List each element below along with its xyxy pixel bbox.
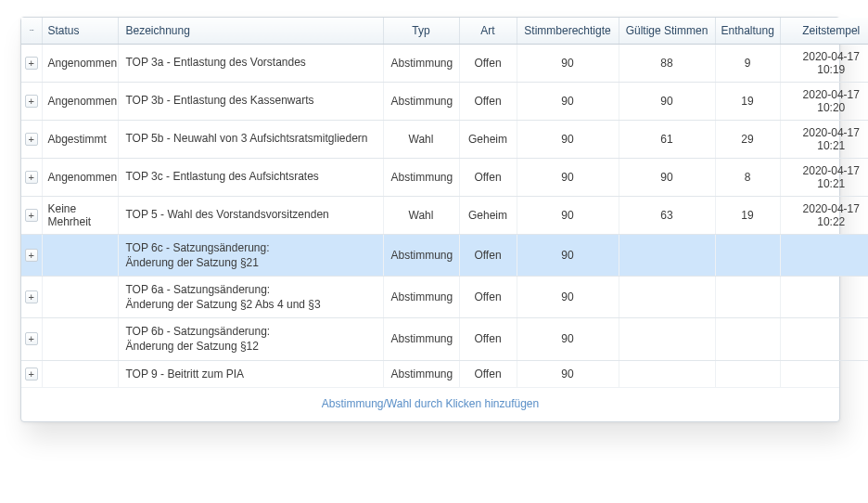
- cell-typ: Abstimmung: [383, 82, 459, 120]
- cell-art: Offen: [459, 82, 517, 120]
- cell-bezeichnung: TOP 3a - Entlastung des Vorstandes: [118, 44, 383, 82]
- expand-icon[interactable]: +: [25, 368, 38, 380]
- header-status[interactable]: Status: [42, 18, 118, 44]
- header-stimmberechtigte[interactable]: Stimmberechtigte: [517, 18, 619, 44]
- cell-enthaltung: 19: [715, 82, 780, 120]
- cell-enthaltung: 8: [715, 158, 780, 196]
- cell-bezeichnung: TOP 6b - Satzungsänderung:Änderung der S…: [118, 318, 383, 360]
- header-row: ··· Status Bezeichnung Typ Art Stimmbere…: [21, 18, 868, 44]
- cell-art: Offen: [459, 44, 517, 82]
- cell-stimmberechtigte: 90: [517, 318, 619, 360]
- cell-bezeichnung: TOP 6a - Satzungsänderung:Änderung der S…: [118, 276, 383, 317]
- cell-stimmberechtigte: 90: [517, 120, 619, 158]
- cell-enthaltung: [715, 360, 780, 387]
- header-bezeichnung[interactable]: Bezeichnung: [118, 18, 383, 44]
- table-row[interactable]: +Keine MehrheitTOP 5 - Wahl des Vorstand…: [21, 196, 868, 234]
- expand-icon[interactable]: +: [25, 57, 38, 70]
- bezeichnung-line1: TOP 5 - Wahl des Vorstandsvorsitzenden: [126, 208, 329, 221]
- cell-stimmberechtigte: 90: [517, 44, 619, 82]
- table-row[interactable]: +TOP 9 - Beitritt zum PIAAbstimmungOffen…: [21, 360, 868, 387]
- cell-enthaltung: 29: [715, 120, 780, 158]
- cell-stimmberechtigte: 90: [517, 360, 619, 387]
- bezeichnung-line2: Änderung der Satzung §2 Abs 4 und §3: [126, 297, 376, 312]
- bezeichnung-line1: TOP 6a - Satzungsänderung:: [126, 283, 271, 296]
- cell-gueltige-stimmen: 61: [619, 120, 715, 158]
- cell-zeitstempel: 2020-04-17 10:21: [780, 120, 868, 158]
- expand-icon[interactable]: +: [25, 95, 38, 108]
- table-row[interactable]: +TOP 6b - Satzungsänderung:Änderung der …: [21, 318, 868, 360]
- cell-bezeichnung: TOP 5 - Wahl des Vorstandsvorsitzenden: [118, 196, 383, 234]
- cell-bezeichnung: TOP 9 - Beitritt zum PIA: [118, 360, 383, 387]
- cell-zeitstempel: [780, 318, 868, 360]
- bezeichnung-line1: TOP 6b - Satzungsänderung:: [126, 325, 271, 338]
- cell-bezeichnung: TOP 5b - Neuwahl von 3 Aufsichtsratsmitg…: [118, 120, 383, 158]
- expand-icon[interactable]: +: [25, 133, 38, 146]
- cell-zeitstempel: 2020-04-17 10:19: [780, 44, 868, 82]
- cell-bezeichnung: TOP 3c - Entlastung des Aufsichtsrates: [118, 158, 383, 196]
- cell-enthaltung: 9: [715, 44, 780, 82]
- cell-gueltige-stimmen: 63: [619, 196, 715, 234]
- cell-status: Angenommen: [42, 82, 118, 120]
- cell-gueltige-stimmen: [619, 360, 715, 387]
- cell-enthaltung: [715, 318, 780, 360]
- expand-icon[interactable]: +: [25, 249, 38, 262]
- cell-enthaltung: [715, 276, 780, 317]
- cell-typ: Abstimmung: [383, 234, 459, 276]
- header-gueltige-stimmen[interactable]: Gültige Stimmen: [619, 18, 715, 44]
- votes-panel: ··· Status Bezeichnung Typ Art Stimmbere…: [20, 17, 840, 422]
- table-row[interactable]: +TOP 6c - Satzungsänderung:Änderung der …: [21, 234, 868, 276]
- cell-typ: Abstimmung: [383, 360, 459, 387]
- cell-art: Offen: [459, 234, 517, 276]
- bezeichnung-line1: TOP 3a - Entlastung des Vorstandes: [126, 56, 306, 69]
- bezeichnung-line1: TOP 3c - Entlastung des Aufsichtsrates: [126, 170, 319, 183]
- cell-status: [42, 318, 118, 360]
- cell-zeitstempel: [780, 276, 868, 317]
- cell-typ: Wahl: [383, 196, 459, 234]
- cell-status: [42, 234, 118, 276]
- cell-art: Geheim: [459, 120, 517, 158]
- table-row[interactable]: +AngenommenTOP 3b - Entlastung des Kasse…: [21, 82, 868, 120]
- expand-icon[interactable]: +: [25, 332, 38, 345]
- table-row[interactable]: +TOP 6a - Satzungsänderung:Änderung der …: [21, 276, 868, 317]
- cell-stimmberechtigte: 90: [517, 158, 619, 196]
- bezeichnung-line1: TOP 6c - Satzungsänderung:: [126, 241, 270, 254]
- bezeichnung-line1: TOP 5b - Neuwahl von 3 Aufsichtsratsmitg…: [126, 132, 368, 145]
- table-row[interactable]: +AbgestimmtTOP 5b - Neuwahl von 3 Aufsic…: [21, 120, 868, 158]
- bezeichnung-line2: Änderung der Satzung §21: [126, 255, 376, 270]
- votes-table: ··· Status Bezeichnung Typ Art Stimmbere…: [21, 18, 868, 387]
- header-typ[interactable]: Typ: [383, 18, 459, 44]
- header-art[interactable]: Art: [459, 18, 517, 44]
- header-enthaltung[interactable]: Enthaltung: [715, 18, 780, 44]
- cell-stimmberechtigte: 90: [517, 82, 619, 120]
- cell-typ: Abstimmung: [383, 44, 459, 82]
- expand-icon[interactable]: +: [25, 171, 38, 184]
- cell-art: Offen: [459, 318, 517, 360]
- expand-icon[interactable]: +: [25, 209, 38, 222]
- cell-bezeichnung: TOP 6c - Satzungsänderung:Änderung der S…: [118, 234, 383, 276]
- table-row[interactable]: +AngenommenTOP 3a - Entlastung des Vorst…: [21, 44, 868, 82]
- cell-gueltige-stimmen: 90: [619, 158, 715, 196]
- bezeichnung-line1: TOP 3b - Entlastung des Kassenwarts: [126, 94, 314, 107]
- cell-typ: Abstimmung: [383, 318, 459, 360]
- bezeichnung-line1: TOP 9 - Beitritt zum PIA: [126, 368, 245, 380]
- cell-gueltige-stimmen: 88: [619, 44, 715, 82]
- header-zeitstempel[interactable]: Zeitstempel: [780, 18, 868, 44]
- cell-gueltige-stimmen: 90: [619, 82, 715, 120]
- cell-status: Keine Mehrheit: [42, 196, 118, 234]
- cell-status: Abgestimmt: [42, 120, 118, 158]
- cell-enthaltung: [715, 234, 780, 276]
- cell-status: [42, 360, 118, 387]
- cell-zeitstempel: [780, 234, 868, 276]
- cell-art: Offen: [459, 158, 517, 196]
- cell-enthaltung: 19: [715, 196, 780, 234]
- cell-zeitstempel: 2020-04-17 10:22: [780, 196, 868, 234]
- cell-status: Angenommen: [42, 158, 118, 196]
- cell-art: Geheim: [459, 196, 517, 234]
- header-menu-icon[interactable]: ···: [25, 24, 38, 37]
- cell-stimmberechtigte: 90: [517, 276, 619, 317]
- table-row[interactable]: +AngenommenTOP 3c - Entlastung des Aufsi…: [21, 158, 868, 196]
- cell-zeitstempel: 2020-04-17 10:20: [780, 82, 868, 120]
- add-row-link[interactable]: Abstimmung/Wahl durch Klicken hinzufügen: [21, 387, 839, 421]
- cell-stimmberechtigte: 90: [517, 234, 619, 276]
- expand-icon[interactable]: +: [25, 290, 38, 303]
